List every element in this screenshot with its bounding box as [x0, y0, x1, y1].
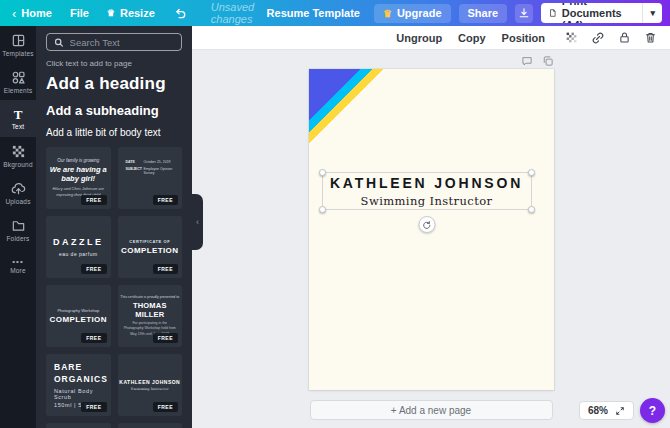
thumb-text: Swimming Instructor [131, 387, 169, 391]
elements-icon [11, 70, 26, 85]
download-button[interactable] [515, 4, 533, 23]
text-template-thumbnail-certificate[interactable]: CERTIFICATE OF COMPLETION FREE [118, 216, 183, 278]
help-button[interactable]: ? [640, 398, 665, 423]
save-status: Unsaved changes [211, 1, 267, 25]
rotate-handle[interactable] [418, 216, 435, 233]
resize-handle-top-left[interactable] [319, 169, 326, 176]
sidebar-item-folders[interactable]: Folders [0, 211, 36, 248]
text-template-thumbnail-brunch[interactable]: brunch [46, 423, 111, 428]
collapse-chevron-icon: ‹ [196, 217, 199, 227]
print-options-dropdown[interactable]: ▾ [642, 3, 662, 23]
memo-row: SUBJECT Employee Opinion Survey [126, 167, 177, 175]
text-template-thumbnail-baby[interactable]: Our family is growing We are having a ba… [46, 147, 111, 209]
upload-cloud-icon [11, 181, 26, 196]
thumb-text: Our family is growing [57, 158, 99, 163]
more-dots-icon: ••• [12, 259, 23, 265]
text-template-grid: Our family is growing We are having a ba… [46, 147, 182, 428]
panel-collapse-button[interactable]: ‹ [192, 194, 203, 250]
sidebar-label: More [10, 267, 26, 274]
resume-template-button[interactable]: Resume Template [267, 7, 360, 19]
thumb-text: Employee Opinion Survey [144, 167, 177, 175]
resize-button[interactable]: ♛ Resize [107, 7, 155, 19]
sidebar-label: Elements [4, 87, 33, 94]
ungroup-button[interactable]: Ungroup [396, 32, 442, 44]
add-new-page-button[interactable]: + Add a new page [310, 400, 553, 420]
canvas-toolbar: Ungroup Copy Position [192, 26, 670, 50]
thumb-text: We are having a baby girl! [46, 165, 111, 184]
upgrade-button[interactable]: ♛ Upgrade [374, 4, 451, 23]
text-template-thumbnail-kathleen[interactable]: KATHLEEN JOHNSON Swimming Instructor FRE… [118, 354, 183, 416]
crown-icon: ♛ [107, 9, 115, 18]
file-menu-button[interactable]: File [70, 7, 89, 19]
undo-button[interactable] [173, 6, 187, 20]
file-label: File [70, 7, 89, 19]
text-template-thumbnail-bare-organics[interactable]: BARE ORGANICS Natural Body Scrub 150ml |… [46, 354, 111, 416]
thumb-text: Natural Body Scrub [54, 388, 111, 400]
canva-editor: ‹ Home File ♛ Resize Unsaved changes Res… [0, 0, 670, 428]
thumb-text: BARE [54, 362, 82, 373]
copy-button[interactable]: Copy [458, 32, 486, 44]
upgrade-label: Upgrade [397, 7, 442, 19]
print-documents-label: Print Documents (A4) [562, 3, 635, 23]
print-documents-button[interactable]: Print Documents (A4) ▾ [541, 3, 662, 23]
rotate-icon [422, 220, 432, 230]
resize-handle-bottom-left[interactable] [319, 206, 326, 213]
selected-text-group[interactable]: KATHLEEN JOHNSON Swimming Instructor [322, 172, 532, 210]
sidebar-label: Uploads [5, 198, 30, 205]
top-bar-left: ‹ Home File ♛ Resize Unsaved changes [0, 1, 267, 25]
zoom-control[interactable]: 68% [579, 401, 634, 420]
sidebar-label: Templates [2, 50, 33, 57]
main-area: Ungroup Copy Position KATHLEEN JOHNSON S… [192, 26, 670, 428]
background-pattern-icon [11, 144, 26, 159]
design-page[interactable]: KATHLEEN JOHNSON Swimming Instructor [309, 69, 554, 390]
transparency-icon[interactable] [565, 31, 578, 44]
free-badge: FREE [81, 264, 106, 274]
position-button[interactable]: Position [502, 32, 545, 44]
free-badge: FREE [153, 402, 178, 412]
add-body-text-button[interactable]: Add a little bit of body text [46, 127, 182, 138]
add-subheading-button[interactable]: Add a subheading [46, 103, 182, 118]
canvas-name-text[interactable]: KATHLEEN JOHNSON [330, 175, 523, 191]
thumb-text: ORGANICS [54, 374, 108, 385]
folder-icon [11, 218, 26, 233]
crown-icon: ♛ [383, 8, 392, 19]
text-template-thumbnail-katherine[interactable]: katherine [118, 423, 183, 428]
add-heading-button[interactable]: Add a heading [46, 74, 182, 94]
search-box[interactable] [46, 33, 182, 51]
home-button[interactable]: ‹ Home [12, 7, 52, 20]
print-documents-main[interactable]: Print Documents (A4) [541, 3, 643, 23]
trash-icon[interactable] [644, 31, 657, 44]
lock-icon[interactable] [618, 31, 631, 44]
search-input[interactable] [70, 37, 174, 48]
text-template-thumbnail-completion[interactable]: Photography Workshop COMPLETION FREE [46, 285, 111, 347]
text-template-thumbnail-thomas[interactable]: This certificate is proudly presented to… [118, 285, 183, 347]
chevron-down-icon: ▾ [650, 8, 655, 18]
resize-handle-bottom-right[interactable] [528, 206, 535, 213]
panel-hint: Click text to add to page [46, 59, 182, 68]
canvas-subtitle-text[interactable]: Swimming Instructor [361, 194, 493, 208]
free-badge: FREE [153, 264, 178, 274]
sidebar-item-elements[interactable]: Elements [0, 63, 36, 100]
sidebar-label: Folders [6, 235, 29, 242]
thumb-text: COMPLETION [121, 246, 178, 255]
thumb-text: SUBJECT [126, 167, 139, 175]
top-bar: ‹ Home File ♛ Resize Unsaved changes Res… [0, 0, 670, 26]
resize-handle-top-right[interactable] [528, 169, 535, 176]
thumb-text: KATHLEEN JOHNSON [119, 379, 180, 385]
text-panel: Click text to add to page Add a heading … [36, 26, 192, 428]
sidebar-item-background[interactable]: Bkground [0, 137, 36, 174]
text-template-thumbnail-memo[interactable]: DATE October 25, 2019 SUBJECT Employee O… [118, 147, 183, 209]
link-icon[interactable] [591, 31, 605, 45]
text-template-thumbnail-dazzle[interactable]: DAZZLE eau de parfum FREE [46, 216, 111, 278]
sidebar-item-more[interactable]: ••• More [0, 248, 36, 285]
thumb-text: DAZZLE [53, 237, 104, 247]
duplicate-page-icon[interactable] [542, 55, 554, 67]
sidebar-item-text[interactable]: T Text [0, 100, 36, 137]
share-button[interactable]: Share [459, 4, 508, 23]
download-icon [518, 7, 530, 19]
templates-icon [11, 33, 26, 48]
sidebar-item-templates[interactable]: Templates [0, 26, 36, 63]
sidebar-item-uploads[interactable]: Uploads [0, 174, 36, 211]
home-label: Home [21, 7, 52, 19]
comment-icon[interactable] [521, 55, 533, 67]
